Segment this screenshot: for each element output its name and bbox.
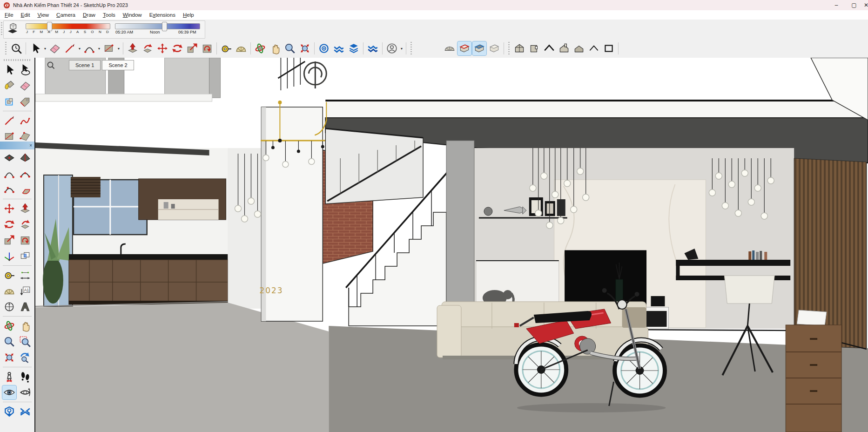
menu-help[interactable]: Help [179,11,198,19]
tape-measure-tool[interactable] [2,268,16,282]
select-tool[interactable] [2,63,16,77]
tape-measure-button[interactable] [219,41,233,55]
outer-shell-tool[interactable] [18,249,32,263]
shadows-toggle-button[interactable] [6,22,20,36]
zoom-window-tool[interactable] [18,335,32,349]
shadow-time-slider[interactable] [115,23,200,29]
zoom-extents-button[interactable] [298,41,312,55]
sandbox-drape-tool[interactable] [18,151,32,165]
freehand-tool[interactable] [18,114,32,128]
scale-tool[interactable] [2,233,16,247]
zoom-button[interactable] [283,41,297,55]
sandbox-stamp-tool[interactable] [2,151,16,165]
scene-search-icon[interactable] [47,61,55,69]
move-button[interactable] [155,41,169,55]
back-house-view-button[interactable] [557,41,571,55]
toolbar-grip[interactable] [4,59,31,61]
close-button[interactable]: ✕ [863,0,868,10]
offset-button[interactable] [200,41,214,55]
axes-tool[interactable] [2,249,16,263]
time-slider-handle[interactable] [162,22,167,31]
paint-bucket-tool[interactable] [2,79,16,93]
protractor-tool[interactable] [2,284,16,298]
pan-tool[interactable] [18,319,32,333]
menu-camera[interactable]: Camera [53,11,79,19]
shadow-date-slider[interactable] [26,23,110,29]
walk-tool[interactable] [18,370,32,384]
pan-button[interactable] [268,41,282,55]
arc-dropdown-caret[interactable]: ▼ [97,47,101,50]
kitchen[interactable] [35,142,265,309]
toolbar-grip[interactable] [1,22,2,36]
axes-tool-tool[interactable] [2,300,16,314]
frame-view-button[interactable] [602,41,616,55]
menu-extensions[interactable]: Extensions [146,11,179,19]
eraser-tool[interactable] [18,79,32,93]
menu-tools[interactable]: Tools [99,11,119,19]
avatar-button[interactable] [385,41,399,55]
rectangle-button[interactable] [102,41,116,55]
eraser-button[interactable] [48,41,62,55]
three-point-arc-tool[interactable] [2,182,16,196]
zoom-selection-button[interactable] [9,41,23,55]
rectangle-dropdown-caret[interactable]: ▼ [116,47,121,50]
lasso-select-tool[interactable] [18,63,32,77]
3d-model-scene[interactable]: 2023 [35,58,868,432]
wood-dresser[interactable] [786,310,841,432]
top-roof-view-button[interactable] [542,41,556,55]
section-fill-button[interactable] [472,41,486,55]
close-icon[interactable]: × [29,143,32,148]
menu-file[interactable]: File [1,11,17,19]
follow-me-tool[interactable] [18,217,32,231]
section-plane-button[interactable] [443,41,457,55]
arc-button[interactable] [82,41,96,55]
orbit-button[interactable] [253,41,267,55]
toolbar-grip[interactable] [410,42,412,55]
line-button[interactable] [63,41,77,55]
maximize-button[interactable]: ▢ [845,0,863,10]
section-cut-button[interactable] [458,41,471,55]
menu-draw[interactable]: Draw [79,11,99,19]
house-view-button[interactable] [572,41,586,55]
tag-tool[interactable] [18,94,32,108]
offset-tool[interactable] [18,233,32,247]
scale-button[interactable] [185,41,199,55]
scene-tab-1[interactable]: Scene 1 [69,60,101,70]
push-pull-tool[interactable] [18,202,32,216]
scene-tab-2[interactable]: Scene 2 [102,60,134,70]
zoom-tool[interactable] [2,335,16,349]
roof-outline-view-button[interactable] [587,41,601,55]
toolbar-grip[interactable] [508,42,510,55]
rotate-button[interactable] [170,41,184,55]
partition-wall[interactable] [446,141,474,329]
make-component-tool[interactable] [2,94,16,108]
select-button[interactable] [28,41,42,55]
section-display-button[interactable] [487,41,501,55]
avatar-dropdown-caret[interactable]: ▼ [399,47,404,50]
follow-me-button[interactable] [141,41,155,55]
pie-tool[interactable] [18,182,32,196]
dimensions-tool[interactable] [18,268,32,282]
arc-tool[interactable] [2,167,16,181]
toolbar-grip[interactable] [5,42,7,55]
minimize-button[interactable]: – [828,0,845,10]
two-point-arc-tool[interactable] [18,167,32,181]
line-dropdown-caret[interactable]: ▼ [77,47,82,50]
iso-view-button[interactable] [512,41,526,55]
ext-wave2-button[interactable] [366,41,380,55]
look-around-tool[interactable] [2,385,16,399]
menu-window[interactable]: Window [119,11,146,19]
ext-scan-button[interactable] [317,41,331,55]
select-dropdown-caret[interactable]: ▼ [43,47,47,50]
move-tool[interactable] [2,202,16,216]
modeling-viewport[interactable]: 2023 [34,58,868,432]
orbit-tool[interactable] [2,319,16,333]
ext-blue-a-tool[interactable] [2,405,16,418]
menu-edit[interactable]: Edit [17,11,34,19]
line-tool[interactable] [2,114,16,128]
ext-blue-b-tool[interactable] [18,405,32,418]
menu-view[interactable]: View [34,11,53,19]
floating-toolbar-titlebar[interactable]: × [0,142,34,149]
protractor-button[interactable] [234,41,248,55]
ext-layers-button[interactable] [347,41,361,55]
